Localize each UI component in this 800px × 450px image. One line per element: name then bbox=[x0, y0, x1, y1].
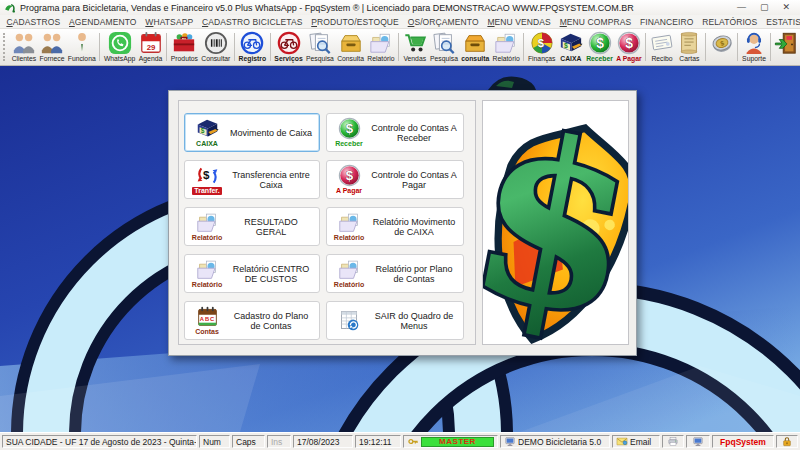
toolbar-fornecedores[interactable]: Fornece bbox=[38, 30, 66, 64]
maximize-button[interactable]: ▢ bbox=[760, 0, 769, 15]
report-folder-icon bbox=[196, 211, 219, 234]
pie-chart-icon bbox=[530, 31, 554, 55]
toolbar-vendas[interactable]: Vendas bbox=[401, 30, 428, 64]
toolbar-cartas[interactable]: Cartas bbox=[676, 30, 703, 64]
toolbar-relatorio-os[interactable]: Relatório bbox=[366, 30, 396, 64]
transfer-arrows-icon bbox=[196, 164, 219, 187]
toolbar-suporte[interactable]: Suporte bbox=[740, 30, 767, 64]
printer-icon bbox=[667, 436, 679, 447]
button-contas-a-pagar[interactable]: A Pagar Controle do Contas A Pagar bbox=[326, 160, 464, 199]
toolbar-separator bbox=[99, 33, 100, 61]
employee-icon bbox=[70, 31, 94, 55]
toolbar-receber[interactable]: Receber bbox=[584, 30, 614, 64]
close-button[interactable]: ✕ bbox=[782, 0, 790, 15]
support-headset-icon bbox=[742, 31, 766, 55]
receipt-icon bbox=[650, 31, 674, 55]
button-sair-quadro-menus[interactable]: SAIR do Quadro de Menus bbox=[326, 301, 464, 340]
clients-icon bbox=[12, 31, 36, 55]
bicycle-red-icon bbox=[277, 31, 301, 55]
menu-financeiro[interactable]: FINANCEIRO bbox=[636, 17, 698, 27]
suppliers-icon bbox=[40, 31, 64, 55]
toolbar-relatorio-vendas[interactable]: Relatório bbox=[491, 30, 521, 64]
dollar-red-icon bbox=[338, 164, 361, 187]
button-movimento-de-caixa[interactable]: CAIXA Movimento de Caixa bbox=[184, 113, 320, 152]
toolbar-separator bbox=[770, 33, 771, 61]
toolbar-funcionarios[interactable]: Funciona bbox=[66, 30, 97, 64]
toolbar-consulta-vendas[interactable]: consulta bbox=[460, 30, 491, 64]
drawer-icon bbox=[463, 31, 487, 55]
search-doc-icon bbox=[308, 31, 332, 55]
abc-calendar-icon bbox=[196, 305, 219, 328]
button-relatorio-centro-custos[interactable]: Relatório Relatório CENTRO DE CUSTOS bbox=[184, 254, 320, 293]
menu-menu-compras[interactable]: MENU COMPRAS bbox=[555, 17, 635, 27]
button-resultado-geral[interactable]: Relatório RESULTADO GERAL bbox=[184, 207, 320, 246]
toolbar-sair[interactable] bbox=[773, 30, 800, 64]
menu-menu-vendas[interactable]: MENU VENDAS bbox=[483, 17, 555, 27]
report-folder-icon bbox=[338, 258, 361, 281]
toolbar-consulta-os[interactable]: Consulta bbox=[336, 30, 366, 64]
menu-relatorios[interactable]: RELATÓRIOS bbox=[698, 17, 762, 27]
toolbar-registro[interactable]: Registro bbox=[237, 30, 268, 64]
status-printer-button[interactable] bbox=[662, 435, 684, 448]
button-relatorio-plano-contas[interactable]: Relatório Relatório por Plano de Contas bbox=[326, 254, 464, 293]
status-location: SUA CIDADE - UF 17 de Agosto de 2023 - Q… bbox=[2, 435, 197, 448]
title-bar: Programa para Bicicletaria, Vendas e Fin… bbox=[0, 0, 800, 15]
button-transferencia-entre-caixa[interactable]: Tranfer. Transferencia entre Caixa bbox=[184, 160, 320, 199]
dollar-shield-graphic: $ bbox=[482, 100, 629, 345]
report-folder-icon bbox=[494, 31, 518, 55]
toolbar-separator bbox=[645, 33, 646, 61]
toolbar-whatsapp[interactable]: WhatsApp bbox=[102, 30, 137, 64]
report-folder-icon bbox=[338, 211, 361, 234]
button-contas-a-receber[interactable]: Receber Controle do Contas A Receber bbox=[326, 113, 464, 152]
cashbook-icon bbox=[559, 31, 583, 55]
status-user: MASTER bbox=[403, 435, 498, 448]
dollar-shield-panel: $ bbox=[482, 100, 629, 345]
search-doc-icon bbox=[432, 31, 456, 55]
status-lock-button[interactable] bbox=[776, 435, 798, 448]
status-date: 17/08/2023 bbox=[293, 435, 353, 448]
menu-cadastro-bicicletas[interactable]: CADASTRO BICICLETAS bbox=[198, 17, 307, 27]
calendar-icon bbox=[139, 31, 163, 55]
menu-os-orcamento[interactable]: OS/ORÇAMENTO bbox=[403, 17, 483, 27]
status-brand: FpqSystem bbox=[712, 435, 774, 448]
toolbar-separator bbox=[166, 33, 167, 61]
toolbar-caixa[interactable]: CAIXA bbox=[557, 30, 584, 64]
toolbar-agenda[interactable]: Agenda bbox=[137, 30, 164, 64]
toolbar-clientes[interactable]: Clientes bbox=[10, 30, 38, 64]
computer-icon bbox=[504, 436, 516, 447]
envelope-icon bbox=[616, 436, 628, 447]
cashbook-icon bbox=[196, 117, 219, 140]
button-cadastro-plano-contas[interactable]: Contas Cadastro do Plano de Contas bbox=[184, 301, 320, 340]
menu-whatsapp[interactable]: WHATSAPP bbox=[141, 17, 198, 27]
toolbar-separator bbox=[270, 33, 271, 61]
exit-door-icon bbox=[774, 31, 798, 55]
menu-estatistica[interactable]: ESTATISTICA bbox=[762, 17, 800, 27]
toolbar-consultar[interactable]: Consultar bbox=[200, 30, 232, 64]
toolbar-separator bbox=[398, 33, 399, 61]
toolbar-pesquisa-os[interactable]: Pesquisa bbox=[304, 30, 335, 64]
menu-produto-estoque[interactable]: PRODUTO/ESTOQUE bbox=[307, 17, 403, 27]
dollar-green-icon bbox=[588, 31, 612, 55]
desktop-background: CAIXA Movimento de Caixa Receber Control… bbox=[0, 66, 800, 432]
button-relatorio-movimento-caixa[interactable]: Relatório Relatório Movimento de CAIXA bbox=[326, 207, 464, 246]
key-icon bbox=[407, 436, 419, 447]
dollar-green-icon bbox=[338, 117, 361, 140]
toolbar-servicos[interactable]: Serviços bbox=[273, 30, 305, 64]
status-workstation-button[interactable] bbox=[686, 435, 710, 448]
scroll-icon bbox=[677, 31, 701, 55]
toolbar-pesquisa-vendas[interactable]: Pesquisa bbox=[428, 30, 459, 64]
svg-text:$: $ bbox=[482, 100, 629, 345]
toolbar-financas[interactable]: Finanças bbox=[526, 30, 557, 64]
minimize-button[interactable]: — bbox=[737, 0, 746, 15]
menu-cadastros[interactable]: CADASTROS bbox=[2, 17, 65, 27]
toolbar-moeda[interactable] bbox=[708, 30, 735, 64]
toolbar-a-pagar[interactable]: A Pagar bbox=[615, 30, 644, 64]
products-box-icon bbox=[172, 31, 196, 55]
status-product: DEMO Bicicletaria 5.0 bbox=[500, 435, 610, 448]
toolbar-separator bbox=[234, 33, 235, 61]
status-email-button[interactable]: Email bbox=[612, 435, 660, 448]
toolbar-produtos[interactable]: Produtos bbox=[169, 30, 199, 64]
report-folder-icon bbox=[369, 31, 393, 55]
menu-agendamento[interactable]: AGENDAMENTO bbox=[65, 17, 141, 27]
toolbar-recibo[interactable]: Recibo bbox=[648, 30, 675, 64]
